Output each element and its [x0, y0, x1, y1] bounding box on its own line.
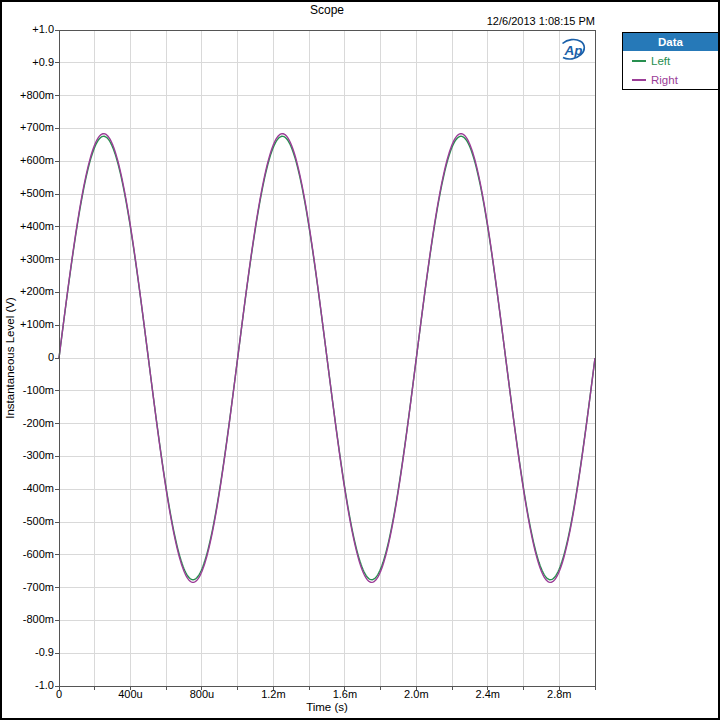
y-tick-label: -600m — [2, 548, 54, 561]
x-tick-label: 1.2m — [245, 688, 301, 701]
y-tick-label: +300m — [2, 253, 54, 266]
y-tick-label: +700m — [2, 121, 54, 134]
scope-plot-canvas[interactable]: Ap — [2, 2, 720, 720]
right-series-swatch-icon — [632, 79, 646, 81]
y-tick-label: +0.9 — [2, 56, 54, 69]
left-series-swatch-icon — [632, 60, 646, 62]
x-tick-label: 400u — [102, 688, 158, 701]
ap-logo-icon: Ap — [563, 39, 585, 59]
x-axis-title: Time (s) — [59, 701, 595, 713]
y-tick-label: +100m — [2, 318, 54, 331]
x-tick-label: 1.6m — [317, 688, 373, 701]
y-tick-label: -500m — [2, 515, 54, 528]
legend-header[interactable]: Data — [623, 33, 718, 51]
y-tick-label: +600m — [2, 154, 54, 167]
y-tick-label: +500m — [2, 187, 54, 200]
legend-item-right[interactable]: Right — [623, 70, 718, 89]
legend-item-label: Left — [651, 55, 670, 67]
y-tick-label: -400m — [2, 482, 54, 495]
y-tick-label: -300m — [2, 449, 54, 462]
x-tick-label: 2.4m — [460, 688, 516, 701]
legend-item-left[interactable]: Left — [623, 51, 718, 70]
x-tick-label: 2.0m — [388, 688, 444, 701]
legend-item-label: Right — [651, 74, 678, 86]
y-tick-label: -100m — [2, 384, 54, 397]
scope-window: Scope 12/6/2013 1:08:15 PM Ap Instantane… — [0, 0, 720, 720]
y-tick-label: +800m — [2, 89, 54, 102]
y-tick-label: -800m — [2, 613, 54, 626]
y-tick-label: -700m — [2, 581, 54, 594]
y-tick-label: 0 — [2, 351, 54, 364]
x-tick-label: 0 — [31, 688, 87, 701]
x-tick-label: 800u — [174, 688, 230, 701]
y-tick-label: +1.0 — [2, 23, 54, 36]
ap-logo-text: Ap — [564, 43, 583, 58]
x-tick-label: 2.8m — [531, 688, 587, 701]
y-tick-label: -0.9 — [2, 646, 54, 659]
y-tick-label: -200m — [2, 417, 54, 430]
y-tick-label: +200m — [2, 285, 54, 298]
legend-panel[interactable]: Data Left Right — [622, 32, 719, 90]
axis-tick-marks — [55, 30, 595, 690]
y-tick-label: +400m — [2, 220, 54, 233]
